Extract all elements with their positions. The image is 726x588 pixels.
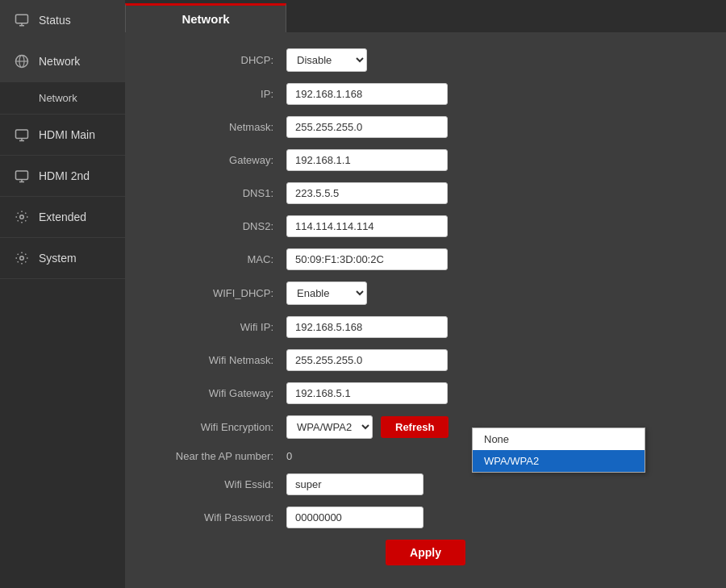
svg-point-13 bbox=[20, 256, 24, 261]
sidebar-item-hdmi-main[interactable]: HDMI Main bbox=[0, 115, 125, 156]
sidebar-item-hdmi-2nd-label: HDMI 2nd bbox=[39, 169, 90, 182]
sidebar-item-extended[interactable]: Extended bbox=[0, 197, 125, 238]
wifi-essid-row: Wifi Essid: bbox=[157, 473, 694, 495]
wifi-ip-label: Wifi IP: bbox=[157, 321, 286, 333]
wifi-encryption-select[interactable]: WPA/WPA2 None bbox=[286, 415, 373, 439]
apply-row: Apply bbox=[157, 540, 694, 565]
dns1-row: DNS1: bbox=[157, 182, 694, 204]
dhcp-row: DHCP: Disable Enable bbox=[157, 48, 694, 72]
sidebar-item-status[interactable]: Status bbox=[0, 0, 125, 41]
dropdown-option-none[interactable]: None bbox=[473, 428, 645, 450]
wifi-password-input[interactable] bbox=[286, 507, 424, 528]
app-container: Status Network Network bbox=[0, 0, 726, 588]
wifi-encryption-row: Wifi Encryption: WPA/WPA2 None Refresh N… bbox=[157, 415, 694, 439]
wifi-ip-row: Wifi IP: bbox=[157, 316, 694, 338]
gateway-input[interactable] bbox=[286, 149, 448, 171]
sidebar-item-system[interactable]: System bbox=[0, 238, 125, 279]
gear2-icon bbox=[13, 249, 31, 267]
encryption-dropdown-popup: None WPA/WPA2 bbox=[472, 427, 645, 473]
main-content: Network DHCP: Disable Enable IP: Netmask… bbox=[125, 0, 726, 588]
tab-network[interactable]: Network bbox=[125, 3, 286, 32]
globe-icon bbox=[13, 52, 31, 70]
content-area: DHCP: Disable Enable IP: Netmask: Gatewa… bbox=[125, 32, 726, 588]
netmask-label: Netmask: bbox=[157, 121, 286, 133]
dns2-label: DNS2: bbox=[157, 220, 286, 232]
ip-label: IP: bbox=[157, 88, 286, 100]
wifi-netmask-label: Wifi Netmask: bbox=[157, 354, 286, 366]
sidebar-item-network[interactable]: Network bbox=[0, 41, 125, 82]
wifi-gateway-input[interactable] bbox=[286, 382, 448, 404]
wifi-dhcp-row: WIFI_DHCP: Enable Disable bbox=[157, 281, 694, 305]
wifi-password-row: Wifi Password: bbox=[157, 507, 694, 528]
wifi-dhcp-select[interactable]: Enable Disable bbox=[286, 281, 367, 305]
mac-label: MAC: bbox=[157, 253, 286, 265]
sidebar-item-hdmi-2nd[interactable]: HDMI 2nd bbox=[0, 156, 125, 197]
netmask-input[interactable] bbox=[286, 116, 448, 138]
near-ap-value: 0 bbox=[286, 450, 292, 462]
wifi-password-label: Wifi Password: bbox=[157, 511, 286, 523]
sidebar-sub-network-label: Network bbox=[39, 92, 77, 104]
sidebar-item-network-label: Network bbox=[39, 55, 80, 68]
sidebar-item-hdmi-main-label: HDMI Main bbox=[39, 128, 95, 141]
display2-icon bbox=[13, 167, 31, 185]
dns1-label: DNS1: bbox=[157, 187, 286, 199]
dns2-row: DNS2: bbox=[157, 215, 694, 237]
monitor-icon bbox=[13, 11, 31, 29]
mac-input[interactable] bbox=[286, 248, 448, 270]
svg-rect-6 bbox=[16, 130, 28, 139]
wifi-encryption-label: Wifi Encryption: bbox=[157, 421, 286, 433]
near-ap-label: Near the AP number: bbox=[157, 450, 286, 462]
tab-bar: Network bbox=[125, 0, 726, 32]
svg-rect-9 bbox=[16, 171, 28, 180]
apply-button[interactable]: Apply bbox=[386, 540, 465, 565]
wifi-netmask-input[interactable] bbox=[286, 349, 448, 371]
gear-icon bbox=[13, 208, 31, 226]
dhcp-label: DHCP: bbox=[157, 54, 286, 66]
dropdown-option-wpa[interactable]: WPA/WPA2 bbox=[473, 450, 645, 472]
mac-row: MAC: bbox=[157, 248, 694, 270]
sidebar-item-system-label: System bbox=[39, 252, 77, 265]
svg-point-12 bbox=[20, 215, 24, 219]
gateway-label: Gateway: bbox=[157, 154, 286, 166]
wifi-essid-input[interactable] bbox=[286, 473, 424, 495]
netmask-row: Netmask: bbox=[157, 116, 694, 138]
dns1-input[interactable] bbox=[286, 182, 448, 204]
sidebar: Status Network Network bbox=[0, 0, 125, 588]
display-icon bbox=[13, 126, 31, 144]
svg-rect-0 bbox=[16, 15, 28, 23]
sidebar-item-extended-label: Extended bbox=[39, 211, 86, 223]
gateway-row: Gateway: bbox=[157, 149, 694, 171]
wifi-dhcp-label: WIFI_DHCP: bbox=[157, 287, 286, 299]
wifi-netmask-row: Wifi Netmask: bbox=[157, 349, 694, 371]
dhcp-select[interactable]: Disable Enable bbox=[286, 48, 367, 72]
sidebar-item-network-sub[interactable]: Network bbox=[0, 82, 125, 115]
wifi-gateway-row: Wifi Gateway: bbox=[157, 382, 694, 404]
wifi-essid-label: Wifi Essid: bbox=[157, 478, 286, 490]
sidebar-item-status-label: Status bbox=[39, 14, 71, 27]
dns2-input[interactable] bbox=[286, 215, 448, 237]
wifi-ip-input[interactable] bbox=[286, 316, 448, 338]
wifi-gateway-label: Wifi Gateway: bbox=[157, 387, 286, 399]
refresh-button[interactable]: Refresh bbox=[381, 416, 449, 438]
ip-input[interactable] bbox=[286, 83, 448, 105]
ip-row: IP: bbox=[157, 83, 694, 105]
